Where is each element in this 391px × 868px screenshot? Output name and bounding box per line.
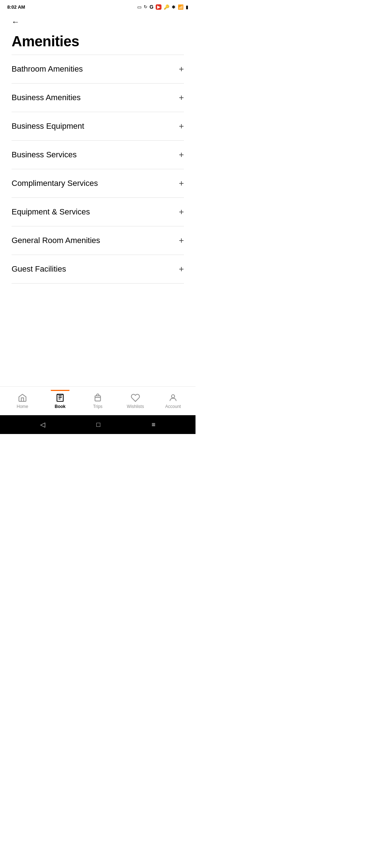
amenity-item-general-room[interactable]: General Room Amenities +: [12, 226, 184, 255]
header: ← Amenities: [0, 13, 196, 55]
amenity-label-bathroom: Bathroom Amenities: [12, 64, 83, 74]
amenity-plus-complimentary: +: [179, 179, 184, 188]
amenity-label-general-room: General Room Amenities: [12, 236, 100, 245]
wifi-icon: 📶: [178, 4, 184, 10]
bottom-nav: Home Book Trips Wishlists Account: [0, 386, 196, 415]
battery-icon: ▮: [186, 4, 188, 10]
status-icons: ▭ ↻ G ▶ 🔑 ✱ 📶 ▮: [137, 4, 188, 10]
android-menu-button[interactable]: ≡: [149, 418, 159, 431]
amenity-plus-business: +: [179, 93, 184, 102]
video-icon: ▭: [137, 4, 142, 10]
android-home-button[interactable]: □: [93, 418, 103, 431]
g-icon: G: [150, 4, 154, 10]
account-icon: [168, 393, 178, 403]
amenity-label-complimentary: Complimentary Services: [12, 179, 98, 188]
bluetooth-icon: ✱: [172, 4, 176, 10]
page-title: Amenities: [12, 33, 184, 50]
amenity-label-business: Business Amenities: [12, 93, 81, 102]
amenity-item-business-services[interactable]: Business Services +: [12, 141, 184, 169]
status-time: 8:02 AM: [7, 4, 25, 10]
nav-item-home[interactable]: Home: [4, 390, 41, 412]
amenity-item-equipment-services[interactable]: Equipment & Services +: [12, 198, 184, 226]
status-bar: 8:02 AM ▭ ↻ G ▶ 🔑 ✱ 📶 ▮: [0, 0, 196, 13]
rotate-icon: ↻: [144, 4, 147, 9]
nav-item-trips[interactable]: Trips: [79, 390, 117, 412]
amenity-plus-bathroom: +: [179, 65, 184, 73]
amenity-plus-business-equipment: +: [179, 122, 184, 131]
amenity-item-business[interactable]: Business Amenities +: [12, 84, 184, 112]
amenity-label-guest-facilities: Guest Facilities: [12, 264, 66, 274]
amenity-plus-business-services: +: [179, 150, 184, 159]
nav-label-trips: Trips: [93, 404, 102, 409]
book-icon: [55, 393, 65, 403]
nav-label-book: Book: [55, 404, 66, 409]
amenity-label-business-equipment: Business Equipment: [12, 122, 84, 131]
trips-icon: [93, 393, 102, 403]
nav-label-wishlists: Wishlists: [127, 404, 144, 409]
key-icon: 🔑: [164, 4, 169, 10]
amenity-item-guest-facilities[interactable]: Guest Facilities +: [12, 255, 184, 284]
android-nav-bar: ◁ □ ≡: [0, 415, 196, 434]
nav-label-account: Account: [165, 404, 181, 409]
amenity-plus-general-room: +: [179, 236, 184, 245]
amenities-list: Bathroom Amenities + Business Amenities …: [0, 55, 196, 284]
nav-item-book[interactable]: Book: [41, 390, 79, 412]
nav-label-home: Home: [17, 404, 28, 409]
back-button[interactable]: ←: [12, 16, 20, 28]
svg-rect-1: [95, 396, 100, 401]
amenity-label-business-services: Business Services: [12, 150, 77, 159]
amenity-plus-equipment-services: +: [179, 208, 184, 216]
amenity-item-business-equipment[interactable]: Business Equipment +: [12, 112, 184, 141]
home-icon: [18, 393, 27, 403]
amenity-item-bathroom[interactable]: Bathroom Amenities +: [12, 55, 184, 84]
nav-item-account[interactable]: Account: [154, 390, 192, 412]
amenity-label-equipment-services: Equipment & Services: [12, 207, 90, 217]
svg-point-2: [172, 395, 175, 398]
rec-icon: ▶: [156, 4, 161, 10]
amenity-plus-guest-facilities: +: [179, 265, 184, 273]
amenity-item-complimentary[interactable]: Complimentary Services +: [12, 169, 184, 198]
wishlists-icon: [131, 393, 140, 403]
android-back-button[interactable]: ◁: [37, 418, 48, 431]
nav-item-wishlists[interactable]: Wishlists: [117, 390, 154, 412]
